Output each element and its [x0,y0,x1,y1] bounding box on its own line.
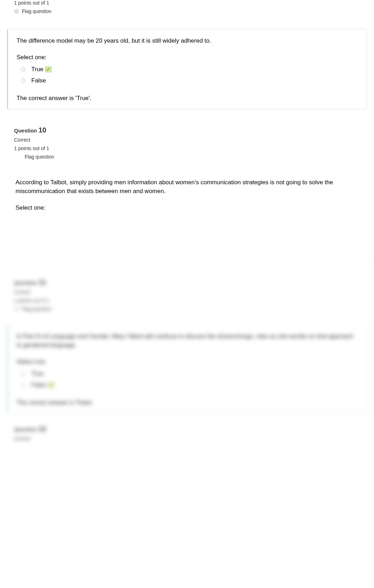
question-11-body: In Part III of Language and Gender, Mary… [7,324,367,414]
flag-label: Flag question [25,154,54,160]
status-text: Correct [14,436,360,441]
flag-label: Flag question [22,306,51,312]
flag-icon [14,307,19,311]
feedback-text: The correct answer is 'True'. [17,95,358,102]
option-label-false: False [31,382,46,389]
flag-icon [14,9,19,14]
option-false[interactable]: False [17,75,358,86]
flag-question-link[interactable]: Flag question [14,8,360,14]
question-text: According to Talbot, simply providing me… [15,178,359,196]
feedback-text: The correct answer is 'False'. [17,399,358,406]
question-num: 12 [38,425,46,433]
question-text: The difference model may be 20 years old… [17,36,358,45]
question-10-header: Question 10 Correct 1 points out of 1 Fl… [7,123,367,164]
points-text: 1 points out of 1 [14,0,360,6]
select-one-label: Select one: [17,54,358,61]
question-number: Question 11 [14,278,360,286]
question-11-header: Question 11 Correct 1 points out of 1 Fl… [7,274,367,317]
question-label: Question [14,426,37,432]
flag-question-link: Flag question [14,306,360,312]
radio-icon [21,371,26,376]
question-num: 10 [38,126,46,134]
option-label-false: False [31,77,46,84]
option-true[interactable]: True ✓ [17,64,358,75]
select-one-label: Select one: [15,204,359,211]
question-label: Question [14,128,37,134]
correct-check-icon: ✓ [45,66,52,73]
points-text: 1 points out of 1 [14,298,360,303]
radio-icon [21,78,26,83]
status-text: Correct [14,137,360,143]
points-text: 1 points out of 1 [14,146,360,151]
question-9-header-partial: 1 points out of 1 Flag question [7,0,367,18]
status-text: Correct [14,289,360,295]
question-label: Question [14,280,37,286]
flag-question-link[interactable]: Flag question [14,154,360,160]
flag-label: Flag question [22,8,51,14]
correct-check-icon: ✓ [48,382,55,388]
question-number: Question 10 [14,126,360,134]
question-12-header: Question 12 Correct [7,421,367,448]
option-false: False ✓ [17,379,358,391]
select-one-label: Select one: [17,358,358,365]
radio-icon [21,67,26,72]
question-9-body: The difference model may be 20 years old… [7,29,367,109]
question-number: Question 12 [14,425,360,433]
question-text: In Part III of Language and Gender, Mary… [17,332,358,350]
radio-icon [21,383,26,388]
question-10-body: According to Talbot, simply providing me… [7,171,367,221]
option-label-true: True [31,66,43,73]
question-num: 11 [38,278,46,286]
blurred-preview: Question 11 Correct 1 points out of 1 Fl… [7,256,367,448]
option-label-true: True [31,370,43,377]
option-true: True [17,368,358,379]
